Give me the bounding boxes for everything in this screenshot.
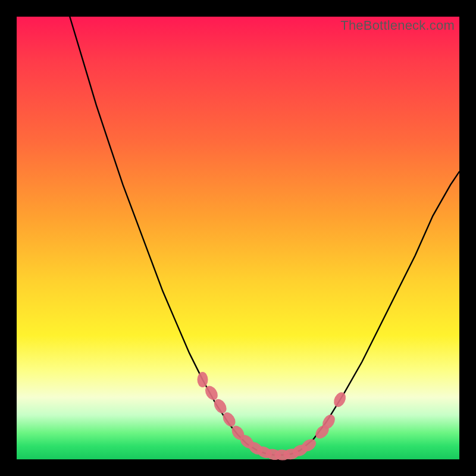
chart-svg [17, 17, 459, 459]
bottleneck-curve [70, 17, 459, 455]
highlight-markers [198, 372, 349, 462]
chart-frame: TheBottleneck.com [17, 17, 459, 459]
marker-point [198, 372, 208, 387]
marker-point [331, 390, 348, 409]
